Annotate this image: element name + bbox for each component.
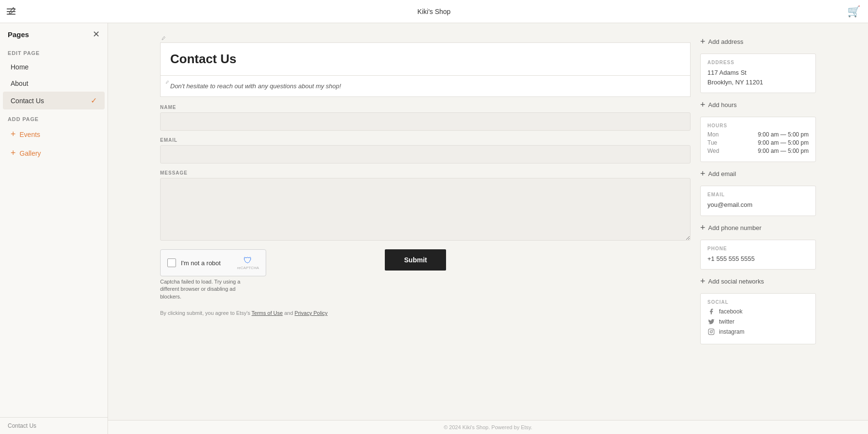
privacy-policy-link[interactable]: Privacy Policy xyxy=(295,310,327,316)
sidebar-title: Pages xyxy=(8,30,29,39)
captcha-row: I'm not a robot 🛡 reCAPTCHA Captcha fail… xyxy=(160,249,691,300)
svg-point-4 xyxy=(710,331,713,333)
hours-wed-day: Wed xyxy=(707,148,719,154)
description-edit-icon[interactable] xyxy=(164,80,169,86)
address-card: ADDRESS 117 Adams St Brooklyn, NY 11201 xyxy=(700,54,816,93)
hours-section-label: HOURS xyxy=(707,123,809,128)
email-section-label: EMAIL xyxy=(707,192,809,197)
footer-copyright: © 2024 Kiki's Shop. Powered by Etsy. xyxy=(444,424,532,430)
hours-row-mon: Mon 9:00 am — 5:00 pm xyxy=(707,131,809,138)
shop-title: Kiki's Shop xyxy=(418,8,451,15)
layout: Pages ✕ EDIT PAGE Home About Contact Us … xyxy=(0,23,868,434)
add-hours-icon: + xyxy=(700,100,705,110)
social-instagram: instagram xyxy=(707,328,809,336)
facebook-icon xyxy=(707,308,715,315)
message-label: MESSAGE xyxy=(160,170,691,176)
name-field: NAME xyxy=(160,105,691,131)
twitter-icon xyxy=(707,318,715,326)
sidebar-add-events-label: Events xyxy=(20,131,41,138)
add-email-label: Add email xyxy=(708,170,736,177)
sidebar-item-contact-us[interactable]: Contact Us ✓ xyxy=(3,92,105,109)
sidebar-item-about[interactable]: About xyxy=(3,75,105,92)
sidebar-item-home[interactable]: Home xyxy=(3,59,105,75)
address-line2: Brooklyn, NY 11201 xyxy=(707,78,809,87)
hours-row-tue: Tue 9:00 am — 5:00 pm xyxy=(707,139,809,146)
name-input[interactable] xyxy=(160,112,691,131)
email-value: you@email.com xyxy=(707,200,809,210)
phone-section-label: PHONE xyxy=(707,246,809,251)
sidebar-bottom: Contact Us xyxy=(0,417,108,434)
add-phone-button[interactable]: + Add phone number xyxy=(700,221,816,235)
captcha-error: Captcha failed to load. Try using a diff… xyxy=(160,278,257,300)
sidebar-bottom-label: Contact Us xyxy=(8,422,36,429)
social-card: SOCIAL facebook twitter xyxy=(700,293,816,344)
social-facebook: facebook xyxy=(707,308,809,315)
add-hours-button[interactable]: + Add hours xyxy=(700,98,816,112)
contact-page-title: Contact Us xyxy=(170,52,680,67)
email-field: EMAIL xyxy=(160,137,691,163)
captcha-container: I'm not a robot 🛡 reCAPTCHA Captcha fail… xyxy=(160,249,266,300)
title-edit-handle[interactable] xyxy=(160,35,691,42)
check-icon: ✓ xyxy=(91,96,97,105)
instagram-label: instagram xyxy=(719,328,745,335)
sidebar-add-events[interactable]: + Events xyxy=(3,125,105,144)
address-section-label: ADDRESS xyxy=(707,60,809,65)
sidebar-item-home-label: Home xyxy=(11,63,28,71)
form-section: Contact Us Don't hesitate to reach out w… xyxy=(160,35,691,401)
phone-card: PHONE +1 555 555 5555 xyxy=(700,240,816,270)
terms-of-use-link[interactable]: Terms of Use xyxy=(252,310,283,316)
footer-bar: © 2024 Kiki's Shop. Powered by Etsy. xyxy=(108,420,868,434)
submit-button[interactable]: Submit xyxy=(385,249,446,271)
hours-tue-day: Tue xyxy=(707,139,717,146)
sidebar-add-gallery[interactable]: + Gallery xyxy=(3,144,105,163)
pencil-lines-icon[interactable] xyxy=(6,6,16,17)
add-gallery-icon: + xyxy=(11,148,16,158)
add-address-button[interactable]: + Add address xyxy=(700,35,816,49)
social-section-label: SOCIAL xyxy=(707,299,809,305)
add-social-button[interactable]: + Add social networks xyxy=(700,274,816,288)
hours-card: HOURS Mon 9:00 am — 5:00 pm Tue 9:00 am … xyxy=(700,117,816,162)
terms-line: By clicking submit, you agree to Etsy's … xyxy=(160,310,691,316)
captcha-box[interactable]: I'm not a robot 🛡 reCAPTCHA xyxy=(160,249,266,276)
hours-row-wed: Wed 9:00 am — 5:00 pm xyxy=(707,148,809,154)
address-line1: 117 Adams St xyxy=(707,68,809,78)
hours-mon-time: 9:00 am — 5:00 pm xyxy=(758,131,809,138)
email-card: EMAIL you@email.com xyxy=(700,186,816,216)
hours-tue-time: 9:00 am — 5:00 pm xyxy=(758,139,809,146)
page-content: Contact Us Don't hesitate to reach out w… xyxy=(150,23,826,420)
add-email-icon: + xyxy=(700,169,705,179)
hours-wed-time: 9:00 am — 5:00 pm xyxy=(758,148,809,154)
recaptcha-label: reCAPTCHA xyxy=(237,266,259,270)
sidebar-header: Pages ✕ xyxy=(0,23,108,43)
twitter-label: twitter xyxy=(719,318,734,325)
email-label: EMAIL xyxy=(160,137,691,143)
right-panel: + Add address ADDRESS 117 Adams St Brook… xyxy=(700,35,816,401)
add-phone-icon: + xyxy=(700,223,705,233)
add-address-label: Add address xyxy=(708,38,744,45)
toolbar-right: 🛒 xyxy=(847,5,860,18)
contact-title-block: Contact Us xyxy=(160,42,691,76)
hours-mon-day: Mon xyxy=(707,131,719,138)
add-page-label: ADD PAGE xyxy=(0,109,108,125)
sidebar-close-button[interactable]: ✕ xyxy=(93,30,100,39)
name-label: NAME xyxy=(160,105,691,110)
message-input[interactable] xyxy=(160,178,691,241)
social-twitter: twitter xyxy=(707,318,809,326)
add-social-label: Add social networks xyxy=(708,278,764,285)
contact-description-block: Don't hesitate to reach out with any que… xyxy=(160,76,691,97)
recaptcha-icon: 🛡 xyxy=(244,256,252,266)
add-email-button[interactable]: + Add email xyxy=(700,167,816,181)
toolbar-left xyxy=(6,6,16,17)
svg-rect-3 xyxy=(708,329,714,335)
main-content: Contact Us Don't hesitate to reach out w… xyxy=(108,23,868,434)
email-input[interactable] xyxy=(160,145,691,163)
add-social-icon: + xyxy=(700,276,705,286)
add-address-icon: + xyxy=(700,37,705,47)
message-field: MESSAGE xyxy=(160,170,691,243)
cart-button[interactable]: 🛒 xyxy=(847,5,860,18)
sidebar-item-contact-us-label: Contact Us xyxy=(11,97,44,105)
captcha-checkbox[interactable] xyxy=(167,258,176,267)
contact-description: Don't hesitate to reach out with any que… xyxy=(170,82,680,90)
sidebar-item-about-label: About xyxy=(11,80,28,87)
edit-page-label: EDIT PAGE xyxy=(0,43,108,59)
